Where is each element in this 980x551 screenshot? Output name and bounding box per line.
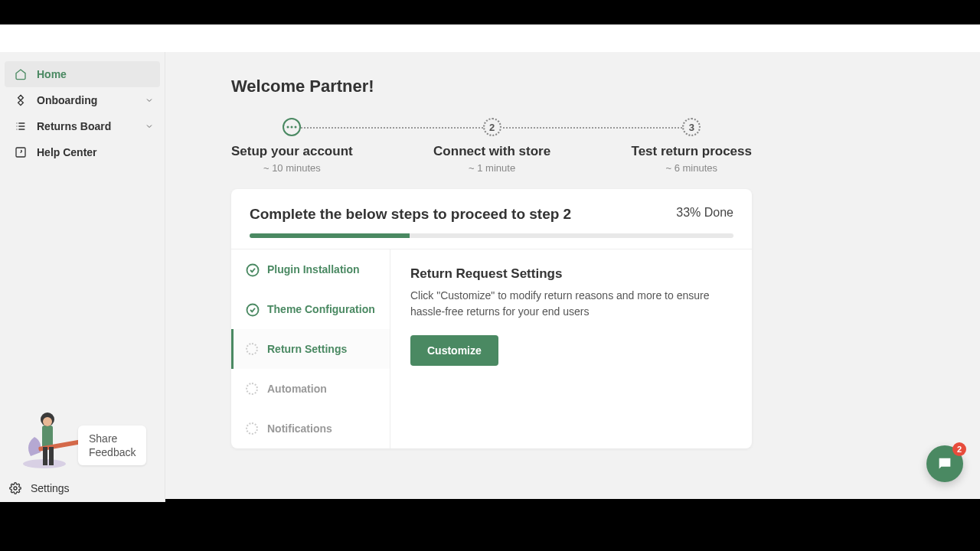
- sidebar-item-settings[interactable]: Settings: [0, 474, 165, 502]
- checklist-label: Plugin Installation: [267, 263, 360, 276]
- list-icon: [14, 119, 28, 133]
- detail-title: Return Request Settings: [410, 266, 732, 282]
- sidebar: Home Onboarding Returns Board: [0, 52, 165, 502]
- sidebar-item-returns-board[interactable]: Returns Board: [5, 113, 160, 139]
- step-circle-2: 2: [483, 118, 501, 136]
- progress-bar: [250, 233, 733, 238]
- gear-icon: [9, 482, 21, 494]
- sidebar-item-onboarding[interactable]: Onboarding: [5, 87, 160, 113]
- checklist-label: Notifications: [267, 422, 332, 435]
- progress-fill: [250, 233, 410, 238]
- step-circle-3: 3: [682, 118, 701, 136]
- diamond-icon: [14, 93, 28, 107]
- feedback-line2: Feedback: [89, 445, 136, 459]
- svg-rect-6: [43, 447, 47, 465]
- share-feedback-button[interactable]: Share Feedback: [78, 425, 146, 465]
- sidebar-item-label: Help Center: [37, 146, 97, 158]
- checklist-item-automation[interactable]: Automation: [231, 369, 390, 409]
- main-content: Welcome Partner! Setup your account ~ 10…: [165, 52, 980, 499]
- checklist-item-notifications[interactable]: Notifications: [231, 409, 390, 448]
- checklist-item-return-settings[interactable]: Return Settings: [231, 329, 390, 369]
- progress-label: 33% Done: [676, 206, 733, 220]
- page-title: Welcome Partner!: [231, 77, 949, 96]
- card-body: Plugin Installation Theme Configuration …: [231, 249, 752, 448]
- svg-point-4: [43, 417, 52, 426]
- checklist: Plugin Installation Theme Configuration …: [231, 249, 390, 448]
- onboarding-stepper: Setup your account ~ 10 minutes 2 Connec…: [231, 118, 752, 174]
- feedback-illustration: [15, 403, 84, 471]
- stepper-step-1: Setup your account ~ 10 minutes: [231, 118, 353, 174]
- card-title: Complete the below steps to proceed to s…: [250, 206, 571, 223]
- chat-widget[interactable]: 2: [926, 445, 963, 482]
- checklist-label: Theme Configuration: [267, 303, 375, 315]
- check-icon: [246, 303, 258, 315]
- feedback-line1: Share: [89, 432, 136, 445]
- checklist-label: Return Settings: [267, 343, 347, 355]
- step-time: ~ 6 minutes: [665, 162, 717, 174]
- sidebar-item-label: Returns Board: [37, 120, 111, 132]
- step-label: Test return process: [632, 144, 752, 159]
- todo-icon: [246, 343, 258, 355]
- home-icon: [14, 67, 28, 81]
- step-label: Setup your account: [231, 144, 353, 159]
- nav: Home Onboarding Returns Board: [0, 52, 165, 165]
- chevron-down-icon: [145, 96, 154, 105]
- chevron-down-icon: [145, 122, 154, 131]
- settings-label: Settings: [31, 482, 70, 494]
- checklist-detail: Return Request Settings Click "Customize…: [390, 249, 752, 448]
- help-icon: [14, 145, 28, 159]
- sidebar-item-label: Onboarding: [37, 94, 97, 106]
- checklist-item-plugin-installation[interactable]: Plugin Installation: [231, 249, 390, 289]
- chat-badge: 2: [952, 442, 966, 456]
- checklist-label: Automation: [267, 383, 327, 395]
- checklist-item-theme-configuration[interactable]: Theme Configuration: [231, 289, 390, 329]
- step-time: ~ 10 minutes: [263, 162, 321, 174]
- svg-point-9: [287, 126, 289, 129]
- step-time: ~ 1 minute: [469, 162, 515, 174]
- svg-rect-7: [49, 447, 54, 465]
- stepper-step-2: 2 Connect with store ~ 1 minute: [433, 118, 550, 174]
- onboarding-card: Complete the below steps to proceed to s…: [231, 189, 752, 448]
- svg-point-11: [295, 126, 297, 129]
- detail-desc: Click "Customize" to modify return reaso…: [410, 288, 732, 320]
- svg-point-8: [14, 487, 17, 490]
- sidebar-item-help-center[interactable]: Help Center: [5, 139, 160, 165]
- topbar: [0, 24, 980, 52]
- sidebar-item-home[interactable]: Home: [5, 61, 160, 87]
- todo-icon: [246, 422, 258, 435]
- check-icon: [246, 263, 258, 276]
- step-label: Connect with store: [433, 144, 550, 159]
- step-circle-1: [283, 118, 301, 136]
- stepper-step-3: 3 Test return process ~ 6 minutes: [632, 118, 752, 174]
- todo-icon: [246, 383, 258, 395]
- svg-point-10: [291, 126, 293, 129]
- sidebar-item-label: Home: [37, 68, 67, 80]
- customize-button[interactable]: Customize: [410, 335, 498, 366]
- card-header: Complete the below steps to proceed to s…: [231, 189, 752, 249]
